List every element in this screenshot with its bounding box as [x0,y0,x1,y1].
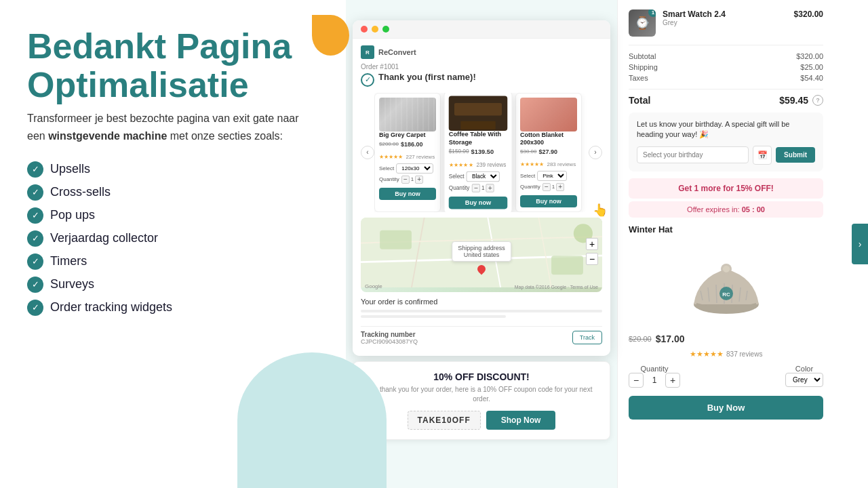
taxes-label: Taxes [629,74,648,82]
carousel-prev[interactable]: ‹ [361,146,374,159]
product-price-right: $320.00 [794,9,823,19]
feature-item: ✓ Timers [27,253,319,270]
coupon-code: TAKE10OFF [408,411,481,430]
cursor-hand: 👆 [593,203,608,218]
check-icon: ✓ [27,207,43,224]
right-panel: ⌚ 1 Smart Watch 2.4 Grey $320.00 Subtota… [617,0,834,488]
hat-qty-value: 1 [648,375,661,385]
discount-actions: TAKE10OFF Shop Now [364,411,599,430]
calendar-icon[interactable]: 📅 [753,146,772,165]
price-new: $27.90 [538,148,557,155]
buy-now-carpet[interactable]: Buy now [379,188,436,200]
check-icon: ✓ [27,300,43,316]
subtotal-value: $320.00 [796,52,823,60]
expires-time: 05 : 00 [742,205,765,214]
feature-item: ✓ Cross-sells [27,184,319,201]
submit-birthday-button[interactable]: Submit [776,147,815,163]
check-icon: ✓ [27,277,43,293]
qty-minus[interactable]: − [472,184,480,192]
feature-item: ✓ Verjaardag collector [27,230,319,247]
browser-window: R ReConvert Order #1001 ✓ Thank you (fir… [353,20,610,356]
shop-now-button[interactable]: Shop Now [486,411,556,430]
product-thumbnail: ⌚ 1 [629,9,656,37]
total-label: Total [629,95,650,106]
orange-decoration [312,15,349,56]
feature-item: ✓ Upsells [27,161,319,178]
hat-svg: RC [686,243,767,325]
buy-now-hat-button[interactable]: Buy Now [629,396,823,420]
buy-now-table[interactable]: Buy now [449,196,508,209]
upsell-banner: Get 1 more for 15% OFF! [629,178,823,199]
map-zoom-in[interactable]: + [586,238,598,250]
map-attribution: Map data ©2016 Google · Terms of Use [515,285,598,289]
hat-price-old: $20.00 [629,335,652,343]
check-icon: ✓ [27,253,43,270]
reconvert-name: ReConvert [378,48,416,56]
product-card-carpet: Big Grey Carpet $200.00 $186.00 ★★★★★ 22… [374,93,441,212]
svg-rect-6 [380,230,412,249]
browser-dot-yellow [372,26,378,33]
subtitle-bold: winstgevende machine [48,130,167,142]
hat-price-row: $20.00 $17.00 [629,333,823,344]
quantity-badge: 1 [648,9,656,17]
carousel-next[interactable]: › [589,146,602,159]
qty-minus[interactable]: − [401,176,410,184]
subtitle: Transformeer je best bezochte pagina van… [27,110,319,144]
product-image-carpet [379,98,436,131]
reviews: 227 reviews [406,154,435,160]
color-select[interactable]: Pink [537,171,567,181]
product-image-blanket [520,98,577,131]
birthday-section: Let us know your birthday. A special gif… [629,113,823,171]
buy-now-blanket[interactable]: Buy now [520,195,577,207]
cost-rows: Subtotal $320.00 Shipping $25.00 Taxes $… [629,52,823,82]
hat-price-new: $17.00 [656,333,685,344]
product-variant: Grey [663,19,787,26]
map-address-text: Shipping address [458,245,505,251]
product-name: Big Grey Carpet [379,131,436,139]
hat-color-select[interactable]: Grey [785,373,823,387]
product-title-right: Smart Watch 2.4 [663,9,787,19]
size-select[interactable]: 120x30 [396,163,433,174]
stars: ★★★★★ [520,161,544,167]
order-summary-top: ⌚ 1 Smart Watch 2.4 Grey $320.00 [629,9,823,45]
tracking-label: Tracking number [361,331,418,338]
info-icon[interactable]: ? [812,95,823,106]
hat-qty-plus[interactable]: + [665,373,680,388]
stars: ★★★★★ [379,154,403,160]
reconvert-bar: R ReConvert [361,45,602,59]
subtotal-row: Subtotal $320.00 [629,52,823,60]
color-select[interactable]: Black [467,171,500,181]
select-label: Select [449,173,465,179]
scroll-arrow[interactable]: › [852,224,868,264]
map-zoom-out[interactable]: − [586,253,598,265]
product-image-table [449,96,508,131]
qty-plus[interactable]: + [415,176,423,184]
order-line-2 [361,315,506,318]
heading-line2: Optimalisatie [27,66,319,104]
map-country: United states [458,251,505,258]
subtitle-end: met onze secties zoals: [167,130,283,142]
product-card-table: Coffee Table With Storage $150.00 $139.5… [444,93,513,212]
offer-expires: Offer expires in: 05 : 00 [629,201,823,218]
qty-plus[interactable]: + [556,183,564,191]
browser-content: R ReConvert Order #1001 ✓ Thank you (fir… [353,39,610,356]
qty-plus[interactable]: + [486,184,494,192]
left-panel: Bedankt Pagina Optimalisatie Transformee… [0,0,346,488]
track-button[interactable]: Track [572,331,602,344]
subtotal-label: Subtotal [629,52,656,60]
product-card-blanket: Cotton Blanket 200x300 $30.00 $27.90 ★★★… [515,93,582,212]
discount-title: 10% OFF DISCOUNT! [364,371,599,382]
feature-label: Verjaardag collector [50,231,158,245]
hat-stars: ★★★★★ [690,350,724,358]
thank-you-text: Thank you (first name)! [378,72,476,82]
hat-qty-minus[interactable]: − [629,373,644,388]
heading-line1: Bedankt Pagina [27,27,319,66]
reconvert-logo: R [361,45,374,59]
birthday-input[interactable] [637,146,749,163]
hat-options-row: Quantity − 1 + Color Grey [629,365,823,388]
winter-hat-section: Winter Hat RC [629,224,823,420]
feature-item: ✓ Pop ups [27,207,319,224]
qty-value: 1 [411,176,414,182]
svg-rect-7 [551,256,583,274]
qty-minus[interactable]: − [542,183,551,191]
